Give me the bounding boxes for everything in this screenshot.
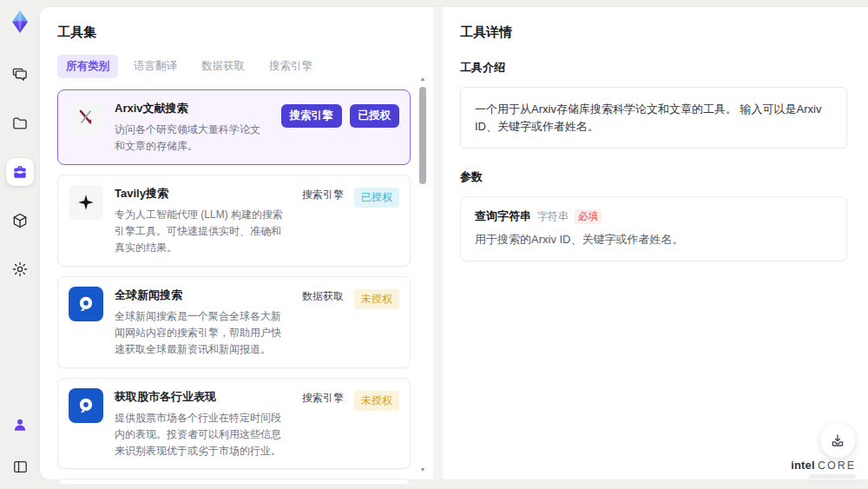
app-logo-icon[interactable] [7, 9, 33, 35]
tool-category-badge: 搜索引擎 [281, 104, 342, 128]
param-type: 字符串 [537, 209, 569, 224]
cube-icon [11, 212, 29, 229]
brand-shade [809, 474, 856, 479]
tab-category-0[interactable]: 所有类别 [57, 55, 118, 78]
tool-name: 全球新闻搜索 [115, 287, 291, 303]
tool-icon-quark [69, 287, 103, 321]
toolset-title: 工具集 [57, 24, 411, 41]
main-card: 工具集 所有类别语言翻译数据获取搜索引擎 Arxiv文献搜索 访问各个研究领域大… [40, 7, 868, 479]
tab-category-1[interactable]: 语言翻译 [125, 55, 186, 78]
tool-category-label: 搜索引擎 [302, 188, 344, 202]
sidebar [0, 0, 40, 489]
tool-meta: 数据获取 未授权 [302, 287, 399, 358]
param-name: 查询字符串 [475, 208, 531, 224]
avatar-icon [11, 416, 29, 433]
app-window: 工具集 所有类别语言翻译数据获取搜索引擎 Arxiv文献搜索 访问各个研究领域大… [0, 0, 868, 489]
tool-details-panel: 工具详情 工具介绍 一个用于从Arxiv存储库搜索科学论文和文章的工具。 输入可… [443, 7, 868, 479]
tool-card-0[interactable]: Arxiv文献搜索 访问各个研究领域大量科学论文和文章的存储库。 搜索引擎 已授… [57, 89, 411, 165]
tool-icon-arxiv [69, 100, 103, 135]
list-scrollbar[interactable]: ▲ ▼ [418, 75, 427, 474]
folder-icon [11, 115, 29, 132]
tab-category-2[interactable]: 数据获取 [193, 55, 253, 78]
param-list: 查询字符串 字符串 必填 用于搜索的Arxiv ID、关键字或作者姓名。 [460, 196, 847, 261]
intro-heading: 工具介绍 [460, 60, 847, 76]
tool-meta: 搜索引擎 已授权 [302, 185, 399, 256]
sidebar-item-collapse-panel[interactable] [6, 453, 34, 480]
chat-icon [11, 66, 29, 83]
download-button[interactable] [820, 423, 855, 458]
sidebar-item-toolbox[interactable] [6, 158, 34, 186]
tool-auth-badge: 未授权 [354, 289, 399, 309]
tool-card-2[interactable]: 全球新闻搜索 全球新闻搜索是一个聚合全球各大新闻网站内容的搜索引擎，帮助用户快速… [57, 276, 411, 368]
tool-category-label: 搜索引擎 [302, 391, 344, 406]
tab-category-3[interactable]: 搜索引擎 [260, 55, 321, 78]
settings-icon [11, 261, 29, 278]
intro-text-box: 一个用于从Arxiv存储库搜索科学论文和文章的工具。 输入可以是Arxiv ID… [460, 87, 847, 149]
tool-icon-quark [69, 388, 103, 423]
tool-auth-badge: 已授权 [354, 188, 399, 208]
sidebar-item-avatar[interactable] [6, 411, 34, 439]
tool-description: 访问各个研究领域大量科学论文和文章的存储库。 [115, 122, 270, 155]
tool-icon-tavily [69, 185, 103, 220]
tool-description: 提供股票市场各个行业在特定时间段内的表现。投资者可以利用这些信息来识别表现优于或… [115, 410, 291, 459]
sidebar-item-cube[interactable] [6, 207, 34, 235]
download-icon [830, 433, 845, 448]
tool-description: 全球新闻搜索是一个聚合全球各大新闻网站内容的搜索引擎，帮助用户快速获取全球最新资… [115, 308, 291, 358]
tool-auth-badge: 已授权 [350, 104, 400, 128]
sidebar-item-settings[interactable] [6, 255, 34, 283]
param-card-0: 查询字符串 字符串 必填 用于搜索的Arxiv ID、关键字或作者姓名。 [460, 196, 847, 261]
tool-meta: 搜索引擎 已授权 [281, 100, 400, 155]
collapse-panel-icon [12, 459, 29, 475]
sidebar-nav [6, 61, 34, 283]
sidebar-bottom [6, 411, 34, 480]
intel-core-logo: intelCORE [791, 458, 856, 479]
brand-core: CORE [818, 459, 856, 472]
category-tabs: 所有类别语言翻译数据获取搜索引擎 [57, 55, 411, 78]
param-description: 用于搜索的Arxiv ID、关键字或作者姓名。 [475, 232, 832, 248]
tool-card-4[interactable]: 获取市场最活跃股票信息 提供当天交易量最高的股票列表，投资者可以利用这些信息来识… [57, 479, 411, 484]
tool-description: 专为人工智能代理 (LLM) 构建的搜索引擎工具。可快速提供实时、准确和真实的结… [115, 207, 291, 256]
sidebar-item-folder[interactable] [6, 109, 34, 137]
details-title: 工具详情 [460, 24, 847, 41]
tool-name: Arxiv文献搜索 [115, 101, 270, 116]
toolset-panel: 工具集 所有类别语言翻译数据获取搜索引擎 Arxiv文献搜索 访问各个研究领域大… [40, 7, 433, 479]
toolbox-icon [11, 163, 29, 181]
scrollbar-down-icon[interactable]: ▼ [418, 466, 427, 474]
tool-name: 获取股市各行业表现 [115, 389, 291, 405]
params-heading: 参数 [460, 169, 847, 185]
panel-divider [433, 7, 443, 479]
tool-meta: 搜索引擎 未授权 [302, 388, 399, 459]
sidebar-item-chat[interactable] [6, 61, 34, 89]
tool-card-3[interactable]: 获取股市各行业表现 提供股票市场各个行业在特定时间段内的表现。投资者可以利用这些… [57, 378, 411, 470]
brand-intel: intel [791, 459, 815, 472]
tool-card-1[interactable]: Tavily搜索 专为人工智能代理 (LLM) 构建的搜索引擎工具。可快速提供实… [57, 175, 411, 267]
param-required-badge: 必填 [575, 209, 602, 224]
scrollbar-up-icon[interactable]: ▲ [418, 75, 427, 83]
scrollbar-thumb[interactable] [419, 87, 426, 184]
tool-list: Arxiv文献搜索 访问各个研究领域大量科学论文和文章的存储库。 搜索引擎 已授… [57, 89, 411, 484]
tool-name: Tavily搜索 [115, 186, 291, 202]
tool-category-label: 数据获取 [302, 289, 344, 304]
tool-auth-badge: 未授权 [354, 391, 399, 411]
